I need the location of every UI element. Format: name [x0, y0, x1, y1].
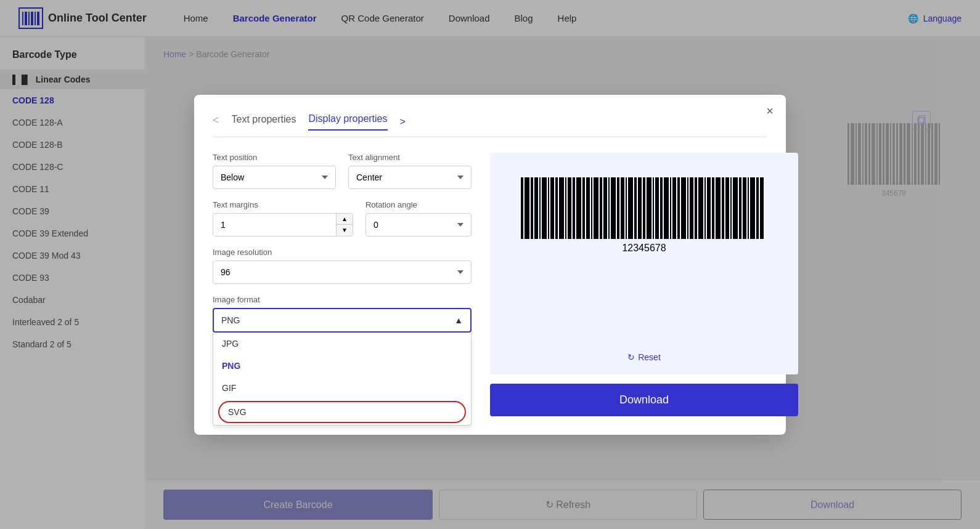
svg-rect-38 [531, 177, 533, 239]
barcode-image: 12345678 [515, 177, 774, 257]
text-margins-field[interactable] [213, 214, 336, 236]
text-margins-label: Text margins [213, 200, 353, 209]
svg-rect-67 [655, 177, 659, 239]
form-group-text-margins: Text margins ▲ ▼ [213, 200, 353, 236]
margins-up-button[interactable]: ▲ [337, 214, 353, 225]
margins-down-button[interactable]: ▼ [337, 225, 353, 236]
svg-rect-44 [555, 177, 558, 239]
modal-close-button[interactable]: × [766, 104, 774, 118]
form-group-text-alignment: Text alignment Center Left Right [348, 153, 472, 189]
image-format-dropdown: PNG ▲ JPG PNG GIF SVG [213, 308, 472, 333]
svg-rect-63 [638, 177, 642, 239]
modal-preview: 12345678 ↻ Reset Download [490, 153, 798, 416]
tab-text-properties[interactable]: Text properties [232, 114, 296, 130]
svg-rect-61 [628, 177, 633, 239]
svg-rect-81 [716, 177, 721, 239]
svg-rect-54 [600, 177, 602, 239]
format-option-jpg[interactable]: JPG [213, 333, 471, 355]
svg-rect-77 [698, 177, 703, 239]
form-row-1: Text position Below Above None Text alig… [213, 153, 472, 189]
rotation-angle-select[interactable]: 0 90 180 270 [365, 213, 472, 236]
svg-rect-62 [634, 177, 637, 239]
svg-rect-68 [660, 177, 663, 239]
text-alignment-select[interactable]: Center Left Right [348, 166, 472, 189]
tab-next-arrow: > [400, 116, 406, 127]
image-format-label: Image format [213, 295, 472, 304]
modal-form: Text position Below Above None Text alig… [213, 153, 472, 416]
svg-rect-91 [760, 177, 764, 239]
rotation-angle-label: Rotation angle [365, 200, 472, 209]
svg-rect-57 [611, 177, 616, 239]
text-position-label: Text position [213, 153, 336, 162]
modal-overlay[interactable]: × < Text properties Display properties >… [0, 0, 980, 529]
svg-rect-74 [687, 177, 688, 239]
form-group-image-resolution: Image resolution 96 150 300 [213, 248, 472, 284]
svg-rect-87 [743, 177, 746, 239]
svg-rect-51 [586, 177, 590, 239]
form-group-image-format: Image format PNG ▲ JPG PNG GIF SVG [213, 295, 472, 333]
svg-rect-36 [521, 177, 523, 239]
svg-rect-86 [739, 177, 741, 239]
form-group-rotation-angle: Rotation angle 0 90 180 270 [365, 200, 472, 236]
svg-rect-53 [594, 177, 598, 239]
svg-rect-40 [539, 177, 541, 239]
svg-rect-71 [672, 177, 676, 239]
image-format-list: JPG PNG GIF SVG [213, 333, 472, 426]
svg-rect-52 [591, 177, 592, 239]
svg-rect-46 [565, 177, 566, 239]
svg-rect-42 [548, 177, 549, 239]
svg-rect-58 [617, 177, 619, 239]
svg-rect-66 [653, 177, 654, 239]
svg-rect-78 [704, 177, 706, 239]
modal: × < Text properties Display properties >… [194, 95, 786, 435]
svg-rect-69 [664, 177, 669, 239]
image-format-value: PNG [221, 315, 240, 325]
svg-rect-64 [643, 177, 645, 239]
svg-rect-70 [670, 177, 671, 239]
reset-icon: ↻ [627, 352, 635, 362]
svg-rect-84 [730, 177, 732, 239]
svg-rect-75 [690, 177, 693, 239]
svg-rect-49 [576, 177, 581, 239]
form-row-4: Image format PNG ▲ JPG PNG GIF SVG [213, 295, 472, 333]
reset-label: Reset [638, 352, 661, 362]
format-option-png[interactable]: PNG [213, 355, 471, 377]
modal-download-button[interactable]: Download [490, 384, 798, 416]
text-alignment-label: Text alignment [348, 153, 472, 162]
svg-rect-73 [681, 177, 686, 239]
svg-rect-65 [647, 177, 651, 239]
number-controls: ▲ ▼ [336, 214, 353, 236]
tab-prev-arrow[interactable]: < [213, 114, 219, 130]
svg-rect-37 [525, 177, 529, 239]
svg-rect-72 [677, 177, 680, 239]
barcode-preview: 12345678 [502, 165, 786, 272]
svg-rect-55 [603, 177, 607, 239]
modal-body: Text position Below Above None Text alig… [213, 153, 767, 416]
form-row-2: Text margins ▲ ▼ Rotation angle 0 [213, 200, 472, 236]
svg-rect-83 [725, 177, 729, 239]
svg-rect-43 [550, 177, 554, 239]
svg-rect-59 [621, 177, 624, 239]
svg-rect-50 [582, 177, 585, 239]
svg-rect-39 [534, 177, 538, 239]
image-resolution-select[interactable]: 96 150 300 [213, 260, 472, 284]
format-option-svg[interactable]: SVG [218, 401, 466, 423]
text-position-select[interactable]: Below Above None [213, 166, 336, 189]
reset-button[interactable]: ↻ Reset [627, 352, 661, 362]
svg-rect-48 [573, 177, 575, 239]
svg-rect-45 [559, 177, 564, 239]
svg-rect-90 [756, 177, 759, 239]
tab-display-properties[interactable]: Display properties [308, 113, 387, 131]
svg-rect-80 [712, 177, 714, 239]
svg-rect-82 [722, 177, 724, 239]
chevron-up-icon: ▲ [454, 315, 463, 325]
svg-rect-41 [542, 177, 547, 239]
image-format-selected[interactable]: PNG ▲ [213, 308, 472, 333]
svg-rect-88 [748, 177, 749, 239]
form-row-3: Image resolution 96 150 300 [213, 248, 472, 284]
format-option-gif[interactable]: GIF [213, 377, 471, 399]
image-resolution-label: Image resolution [213, 248, 472, 257]
svg-rect-89 [750, 177, 755, 239]
form-group-text-position: Text position Below Above None [213, 153, 336, 189]
svg-rect-56 [608, 177, 610, 239]
